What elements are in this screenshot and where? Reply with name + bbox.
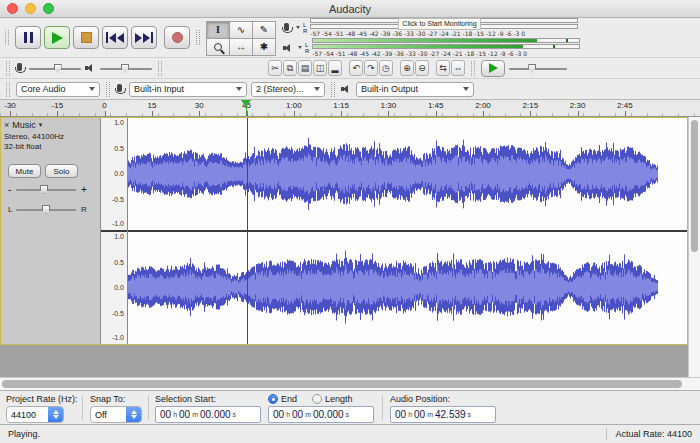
time-digits: 00 [160, 409, 171, 420]
toolbar-grip[interactable] [331, 82, 335, 97]
edit-redo-button[interactable]: ↷ [364, 60, 378, 76]
selection-end-field[interactable]: 00h00m00.000s [268, 406, 374, 423]
horizontal-scrollbar[interactable] [0, 377, 700, 390]
toolbar-grip[interactable] [5, 30, 9, 45]
multi-tool-button[interactable]: ✱ [252, 38, 276, 56]
edit-fit-project-button[interactable]: ⇔ [451, 60, 465, 76]
envelope-tool-button[interactable]: ∿ [229, 21, 253, 39]
vertical-scale-ruler[interactable]: 1.00.50.0-0.5-1.01.00.50.0-0.5-1.0 [101, 118, 128, 344]
separator [382, 395, 383, 420]
selection-start-field[interactable]: 00h00m00.000s [155, 406, 261, 423]
close-window-button[interactable] [7, 3, 18, 14]
record-button[interactable] [164, 26, 190, 49]
edit-copy-button[interactable]: ⧉ [283, 60, 297, 76]
solo-button[interactable]: Solo [45, 164, 78, 178]
track-header: × Music ▾ [4, 120, 42, 130]
timeline-label: 0 [102, 101, 106, 110]
output-device-icon [341, 84, 352, 94]
playback-volume-slider[interactable] [100, 62, 152, 75]
edit-trim-audio-button[interactable]: ◫ [313, 60, 327, 76]
track-menu-icon[interactable]: ▾ [39, 121, 43, 129]
project-rate-label: Project Rate (Hz): [6, 394, 78, 404]
mute-button[interactable]: Mute [8, 164, 41, 178]
skip-to-end-button[interactable] [131, 26, 157, 49]
selection-tool-button[interactable]: I [206, 21, 230, 39]
amplitude-label: 1.0 [114, 233, 124, 240]
device-toolbar: Core Audio Built-in Input 2 (Stereo)... … [0, 79, 700, 100]
vertical-scrollbar-thumb[interactable] [691, 120, 698, 252]
vertical-scrollbar[interactable] [688, 117, 700, 377]
snap-to-select[interactable]: Off [90, 406, 142, 423]
time-unit: h [173, 411, 177, 418]
time-digits: 00 [414, 409, 425, 420]
timeshift-tool-button[interactable]: ↔ [229, 38, 253, 56]
gain-slider[interactable] [16, 183, 76, 196]
project-rate-select[interactable]: 44100 [6, 406, 64, 423]
amplitude-label: -1.0 [112, 220, 124, 227]
horizontal-scrollbar-thumb[interactable] [2, 380, 682, 388]
playback-meter[interactable]: L R -57 -54 -51 -48 -45 -42 -39 -36 -33 … [283, 38, 580, 57]
edit-undo-button[interactable]: ↶ [349, 60, 363, 76]
toolbar-grip[interactable] [106, 82, 110, 97]
time-unit: s [468, 411, 472, 418]
playback-device-select[interactable]: Built-in Output [356, 82, 474, 97]
track-control-panel[interactable]: × Music ▾ Stereo, 44100Hz 32-bit float M… [1, 118, 101, 344]
radio-end[interactable]: End [268, 394, 297, 404]
monitoring-hint[interactable]: Click to Start Monitoring [398, 18, 480, 30]
chevron-down-icon [236, 87, 242, 91]
edit-paste-button[interactable]: ▤ [298, 60, 312, 76]
snap-to-value: Off [91, 410, 126, 420]
edit-cut-button[interactable]: ✂ [268, 60, 282, 76]
track-sample-format: 32-bit float [4, 142, 41, 151]
track-close-button[interactable]: × [4, 120, 9, 130]
radio-length-label: Length [325, 394, 353, 404]
recording-meter-bars[interactable]: Click to Start Monitoring -57 -54 -51 -4… [310, 18, 578, 37]
play-button[interactable] [44, 26, 70, 49]
meter-dropdown-icon[interactable] [298, 46, 302, 49]
time-digits: 00 [179, 409, 190, 420]
audio-host-select[interactable]: Core Audio [16, 82, 100, 97]
recording-meter[interactable]: L R Click to Start Monitoring -57 -54 -5… [283, 18, 580, 37]
track-music[interactable]: × Music ▾ Stereo, 44100Hz 32-bit float M… [0, 117, 688, 345]
radio-length[interactable]: Length [312, 394, 353, 404]
playback-speed-slider[interactable] [509, 62, 567, 75]
pan-slider[interactable] [16, 203, 76, 216]
meter-dropdown-icon[interactable] [296, 26, 300, 29]
tracks-background[interactable] [0, 345, 688, 377]
play-at-speed-button[interactable] [481, 60, 505, 77]
timeline-label: 2:15 [523, 101, 539, 110]
audio-host-value: Core Audio [21, 84, 66, 94]
skip-to-start-button[interactable] [102, 26, 128, 49]
toolbar-grip[interactable] [158, 61, 162, 76]
toolbar-grip[interactable] [471, 61, 475, 76]
draw-tool-button[interactable]: ✎ [252, 21, 276, 39]
playhead-indicator[interactable] [241, 100, 251, 107]
zoom-tool-button[interactable] [206, 38, 230, 56]
stop-button[interactable] [73, 26, 99, 49]
playback-meter-bars[interactable]: -57 -54 -51 -48 -45 -42 -39 -36 -33 -30 … [312, 38, 580, 57]
amplitude-label: 0.5 [114, 145, 124, 152]
edit-sync-lock-button[interactable]: ◷ [379, 60, 393, 76]
minimize-window-button[interactable] [25, 3, 36, 14]
toolbar-grip[interactable] [196, 30, 200, 45]
selection-toolbar: Project Rate (Hz): 44100 Snap To: Off Se… [0, 390, 700, 424]
audio-position-field[interactable]: 00h00m42.539s [390, 406, 496, 423]
popup-arrows-icon [48, 407, 63, 422]
zoom-window-button[interactable] [43, 3, 54, 14]
pause-button[interactable] [15, 26, 41, 49]
edit-zoom-out-button[interactable]: ⊖ [415, 60, 429, 76]
toolbar-grip[interactable] [6, 61, 10, 76]
recording-volume-slider[interactable] [29, 62, 81, 75]
edit-zoom-in-button[interactable]: ⊕ [400, 60, 414, 76]
track-name[interactable]: Music [12, 120, 36, 130]
edit-fit-selection-button[interactable]: ⇆ [436, 60, 450, 76]
waveform-display[interactable] [128, 118, 687, 344]
toolbar-grip[interactable] [6, 82, 10, 97]
timeline-label: 15 [147, 101, 156, 110]
timeline-ruler[interactable]: -30-1501530451:001:151:301:452:002:152:3… [0, 100, 700, 117]
chevron-down-icon [89, 87, 95, 91]
recording-channels-select[interactable]: 2 (Stereo)... [251, 82, 325, 97]
edit-silence-audio-button[interactable]: ▂ [328, 60, 342, 76]
recording-device-select[interactable]: Built-in Input [129, 82, 247, 97]
title-bar[interactable]: Audacity [0, 0, 700, 18]
